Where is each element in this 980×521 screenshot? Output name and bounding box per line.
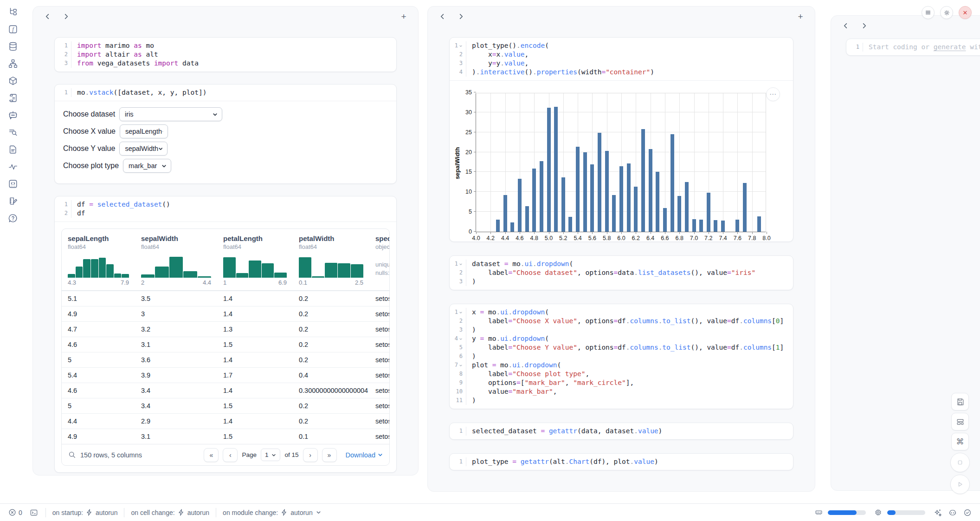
chart-bar (503, 195, 507, 232)
chart-bar (619, 166, 623, 232)
line-number: 3 (450, 277, 466, 286)
on-module-change-setting[interactable]: on module change: autorun (223, 509, 321, 516)
last-page-button[interactable]: » (322, 448, 337, 462)
code-editor[interactable]: 1plot_type = getattr(alt.Chart(df), plot… (450, 454, 793, 470)
chart-bar (671, 134, 674, 232)
dropdown-select[interactable]: sepalLength (120, 124, 168, 138)
prev-page-button[interactable]: ‹ (223, 448, 238, 462)
line-number: 5 (450, 343, 466, 352)
settings-gear-button[interactable] (940, 6, 953, 19)
column-header[interactable]: petalLengthfloat6416.9 (217, 229, 293, 290)
copilot-status-button[interactable] (948, 508, 957, 517)
logs-icon[interactable] (7, 92, 19, 104)
code-cell-plot-encode: 1plot_type().encode(2 x=x.value,3 y=y.va… (449, 37, 793, 242)
chart-bar (598, 133, 601, 232)
code-editor[interactable]: 1plot_type().encode(2 x=x.value,3 y=y.va… (450, 38, 793, 80)
line-number: 3 (450, 326, 466, 334)
code-cell-xyplot-dropdowns: 1x = mo.ui.dropdown(2 label="Choose X va… (449, 304, 793, 409)
dropdown-select[interactable]: sepalWidth (119, 142, 168, 156)
menu-button[interactable] (922, 6, 935, 19)
datasources-icon[interactable] (7, 41, 19, 52)
cpu-usage (874, 508, 927, 516)
memory-icon (815, 508, 823, 516)
keyboard-shortcuts-button[interactable]: ⌘ (951, 433, 969, 450)
code-editor[interactable]: 1import marimo as mo2import altair as al… (55, 38, 396, 72)
terminal-button[interactable] (30, 508, 38, 517)
table-row[interactable]: 53.41.50.2setosa (62, 398, 389, 413)
error-indicator[interactable]: 0 (8, 508, 22, 516)
dependency-graph-icon[interactable] (7, 58, 19, 69)
chart-bar (692, 219, 696, 232)
snippets-icon[interactable] (7, 144, 19, 155)
scroll-right-button[interactable] (456, 11, 466, 21)
scroll-right-button[interactable] (859, 20, 869, 31)
outline-search-icon[interactable] (7, 127, 19, 138)
chart-bar (627, 163, 631, 232)
column-header[interactable]: sepalLengthfloat644.37.9 (62, 229, 135, 290)
table-row[interactable]: 4.63.11.50.2setosa (62, 337, 389, 352)
layout-button[interactable] (951, 413, 969, 430)
line-number: 1 (55, 41, 71, 50)
scroll-left-button[interactable] (42, 11, 52, 21)
chevron-down-icon (213, 112, 218, 117)
chart-menu-button[interactable]: ⋯ (766, 87, 780, 101)
code-editor[interactable]: 1df = selected_dataset()2df (55, 196, 396, 221)
column-header[interactable]: sepalWidthfloat6424.4 (135, 229, 217, 290)
functions-icon[interactable]: f (7, 24, 19, 35)
help-icon[interactable] (7, 213, 19, 224)
table-row[interactable]: 4.931.40.2setosa (62, 306, 389, 321)
search-icon[interactable] (68, 451, 76, 459)
table-row[interactable]: 4.42.91.40.2setosa (62, 413, 389, 429)
dropdown-select[interactable]: iris (119, 107, 222, 121)
x-axis-line (476, 232, 766, 232)
packages-icon[interactable] (7, 75, 19, 86)
chart-bar (656, 172, 659, 232)
chart-plot-area[interactable]: sepalWidth sepalLength 4.04.24.44.64.85.… (476, 93, 766, 232)
floating-actions: ⌘ (950, 393, 970, 494)
dropdown-row: Choose plot typemark_bar (63, 159, 388, 173)
scroll-left-button[interactable] (840, 20, 851, 31)
code-editor[interactable]: 1 Start coding or generate with (846, 39, 980, 55)
code-editor[interactable]: 1mo.vstack([dataset, x, y, plot]) (55, 85, 396, 101)
page-select[interactable]: 1 (261, 449, 281, 461)
table-row[interactable]: 4.63.41.40.30000000000000004setosa (62, 383, 389, 398)
on-startup-setting[interactable]: on startup: autorun (52, 509, 118, 516)
add-cell-button[interactable]: + (399, 11, 409, 21)
code-editor[interactable]: 1dataset = mo.ui.dropdown(2 label="Choos… (450, 256, 793, 290)
download-button[interactable]: Download (346, 451, 383, 459)
stop-kernel-button[interactable] (950, 453, 970, 472)
ai-chat-icon[interactable] (7, 110, 19, 121)
table-row[interactable]: 5.43.91.70.4setosa (62, 367, 389, 383)
scroll-left-button[interactable] (437, 11, 447, 21)
next-page-button[interactable]: › (303, 448, 318, 462)
table-row[interactable]: 4.93.11.50.1setosa (62, 429, 389, 444)
line-number: 1 (450, 427, 466, 436)
shutdown-button[interactable]: ✕ (959, 6, 972, 19)
table-row[interactable]: 53.61.40.2setosa (62, 352, 389, 367)
memory-usage (815, 508, 868, 516)
file-explorer-icon[interactable] (7, 7, 19, 18)
lightning-icon (86, 509, 92, 516)
first-page-button[interactable]: « (204, 448, 219, 462)
sidebar-icon-rail: f (0, 0, 26, 503)
column-header[interactable]: petalWidthfloat640.12.5 (293, 229, 369, 290)
run-all-button[interactable] (950, 475, 970, 494)
add-cell-button[interactable]: + (795, 11, 806, 21)
save-button[interactable] (951, 393, 969, 410)
documentation-icon[interactable] (7, 195, 19, 207)
scroll-right-button[interactable] (61, 11, 71, 21)
on-cell-change-setting[interactable]: on cell change: autorun (131, 509, 209, 516)
scratchpad-icon[interactable] (7, 178, 19, 189)
generate-with-ai-link[interactable]: generate (934, 43, 966, 51)
ai-assist-button[interactable] (934, 508, 942, 517)
dropdown-select[interactable]: mark_bar (123, 159, 171, 173)
dropdown-controls-output: Choose datasetirisChoose X valuesepalLen… (55, 101, 396, 183)
table-row[interactable]: 5.13.51.40.2setosa (62, 291, 389, 306)
code-editor[interactable]: 1x = mo.ui.dropdown(2 label="Choose X va… (450, 304, 793, 409)
code-cell-dataframe: 1df = selected_dataset()2df sepalLengthf… (54, 196, 397, 473)
kernel-connected-button[interactable] (963, 508, 972, 517)
table-row[interactable]: 4.73.21.30.2setosa (62, 321, 389, 337)
column-header[interactable]: speciesobjectunique:nulls: (369, 229, 389, 282)
tracing-icon[interactable] (7, 161, 19, 172)
code-editor[interactable]: 1selected_dataset = getattr(data, datase… (450, 423, 793, 439)
